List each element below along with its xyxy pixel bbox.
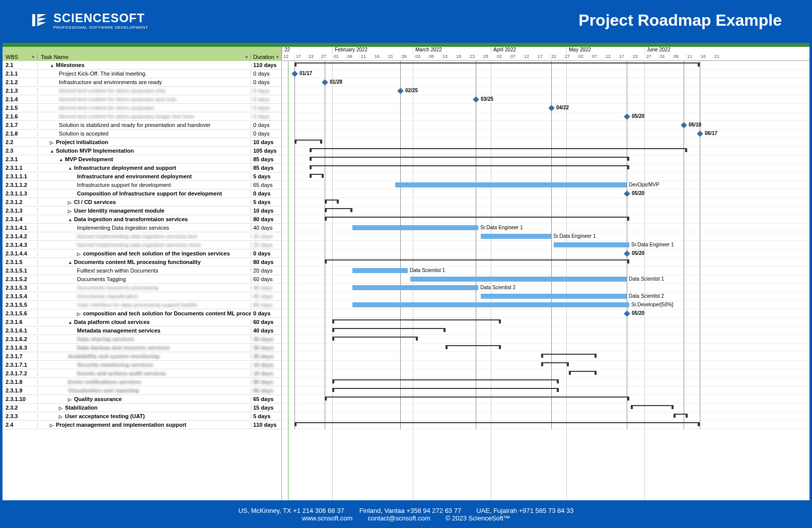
summary-bracket[interactable]: [569, 371, 597, 374]
task-row[interactable]: 2.3.1.5▲Documents content ML processing …: [3, 258, 281, 267]
gantt-row[interactable]: [282, 198, 809, 207]
expand-collapse-icon[interactable]: ▷: [50, 140, 55, 145]
task-row[interactable]: 2.3.1.1.1Infrastructure and environment …: [3, 172, 281, 181]
task-row[interactable]: 2.3.1.6.2Data sharing services30 days: [3, 335, 281, 344]
task-cell[interactable]: Availability and system monitoring: [38, 353, 251, 359]
summary-bracket[interactable]: [294, 62, 700, 65]
task-cell[interactable]: Composition of Infrastructure support fo…: [38, 190, 251, 196]
column-header-duration[interactable]: Duration ▼: [251, 54, 281, 60]
gantt-row[interactable]: [282, 335, 809, 344]
gantt-row[interactable]: [282, 344, 809, 352]
gantt-chart[interactable]: 22 February 2022March 2022April 2022May …: [282, 43, 809, 500]
task-row[interactable]: 2.3.1.7Availability and system monitorin…: [3, 352, 281, 361]
task-cell[interactable]: Documents Tagging: [38, 276, 251, 282]
gantt-row[interactable]: [282, 138, 809, 147]
summary-bracket[interactable]: [294, 140, 322, 143]
footer-link[interactable]: © 2023 ScienceSoft™: [446, 514, 510, 522]
milestone-diamond[interactable]: [624, 310, 630, 317]
task-cell[interactable]: Visualization and reporting: [38, 387, 251, 393]
task-cell[interactable]: blurred text content for demo purposes: [38, 105, 251, 111]
task-row[interactable]: 2.3.1.4.1Implementing Data ingestion ser…: [3, 224, 281, 232]
gantt-row[interactable]: 01/17: [282, 70, 809, 78]
task-row[interactable]: 2.3.1.5.4Documents classification40 days: [3, 292, 281, 301]
task-row[interactable]: 2.2▷Project initialization10 days: [3, 138, 281, 147]
summary-bracket[interactable]: [674, 414, 688, 417]
gantt-row[interactable]: [282, 164, 809, 172]
task-row[interactable]: 2.1.3blurred text content for demo purpo…: [3, 87, 281, 95]
task-bar[interactable]: [352, 268, 408, 273]
task-row[interactable]: 2.3.1.10▷Quality assurance65 days: [3, 395, 281, 404]
task-row[interactable]: 2.3.2▷Stabilization15 days: [3, 404, 281, 412]
gantt-row[interactable]: Sr.Data Engineer 1: [282, 224, 809, 232]
gantt-row[interactable]: [282, 361, 809, 369]
task-row[interactable]: 2.3.1.4.3blurred implementing data inges…: [3, 241, 281, 249]
task-cell[interactable]: User interface for data processing suppo…: [38, 302, 251, 308]
task-cell[interactable]: Infrastructure and environment deploymen…: [38, 173, 251, 179]
task-row[interactable]: 2.3.1.5.1Fulltext search within Document…: [3, 267, 281, 275]
task-cell[interactable]: ▷composition and tech solution for Docum…: [38, 310, 251, 316]
expand-collapse-icon[interactable]: ▲: [68, 217, 73, 222]
task-bar[interactable]: [352, 225, 478, 230]
footer-link[interactable]: contact@scnsoft.com: [367, 514, 430, 522]
column-header-task[interactable]: Task Name ▼: [38, 54, 251, 60]
gantt-row[interactable]: [282, 147, 809, 155]
gantt-row[interactable]: [282, 258, 809, 267]
task-row[interactable]: 2.3.1.5.2Documents Tagging60 days: [3, 275, 281, 284]
task-cell[interactable]: Fulltext search within Documents: [38, 268, 251, 274]
task-bar[interactable]: [352, 285, 478, 290]
gantt-row[interactable]: Data Scientist 1: [282, 275, 809, 284]
task-row[interactable]: 2.3.1.1.3Composition of Infrastructure s…: [3, 189, 281, 198]
task-row[interactable]: 2.3.1.1▲Infrastructure deployment and su…: [3, 164, 281, 172]
task-row[interactable]: 2.1.8Solution is accepted0 days: [3, 129, 281, 138]
task-row[interactable]: 2.3.1.4▲Data ingestion and transformtaio…: [3, 215, 281, 224]
gantt-row[interactable]: Data Scientist 1: [282, 267, 809, 275]
task-cell[interactable]: ▲Infrastructure deployment and support: [38, 165, 251, 171]
summary-bracket[interactable]: [541, 362, 569, 365]
task-cell[interactable]: Events and actions audit services: [38, 370, 251, 376]
task-cell[interactable]: ▲MVP Development: [38, 156, 251, 162]
task-row[interactable]: 2.3.1.7.1Security monitoring services10 …: [3, 361, 281, 369]
gantt-row[interactable]: [282, 386, 809, 395]
task-cell[interactable]: ▲Data ingestion and transformtaion servi…: [38, 216, 251, 222]
summary-bracket[interactable]: [325, 200, 339, 203]
task-cell[interactable]: Event notifications services: [38, 379, 251, 385]
summary-bracket[interactable]: [446, 345, 501, 348]
task-cell[interactable]: ▲Milestones: [38, 62, 251, 68]
task-row[interactable]: 2.3.3▷User acceptance testing (UAT)5 day…: [3, 412, 281, 421]
task-cell[interactable]: ▷User Identity management module: [38, 208, 251, 214]
gantt-row[interactable]: Sr.Developer[50%]: [282, 301, 809, 309]
gantt-row[interactable]: [282, 61, 809, 70]
task-row[interactable]: 2.1.4blurred text content for demo purpo…: [3, 95, 281, 104]
task-cell[interactable]: Documents classification: [38, 293, 251, 299]
task-cell[interactable]: Data sharing services: [38, 336, 251, 342]
expand-collapse-icon[interactable]: ▲: [68, 320, 73, 325]
gantt-row[interactable]: Sr.Data Engineer 1: [282, 232, 809, 241]
task-cell[interactable]: Solution is accepted: [38, 130, 251, 137]
task-row[interactable]: 2.3.1.2▷CI / CD services5 days: [3, 198, 281, 207]
task-bar[interactable]: [352, 302, 629, 307]
task-row[interactable]: 2.3.1▲MVP Development85 days: [3, 155, 281, 164]
task-bar[interactable]: [554, 242, 629, 247]
task-row[interactable]: 2.3.1.4.4▷composition and tech solution …: [3, 249, 281, 258]
task-row[interactable]: 2.4▷Project management and implementatio…: [3, 421, 281, 429]
task-bar[interactable]: [410, 277, 627, 282]
task-cell[interactable]: Infrastructure and environments are read…: [38, 79, 251, 85]
expand-collapse-icon[interactable]: ▲: [68, 166, 73, 171]
task-cell[interactable]: ▷composition and tech solution of the in…: [38, 250, 251, 256]
gantt-area[interactable]: 01/1701/2802/2503/2504/2205/2006/1006/17…: [282, 61, 809, 500]
task-cell[interactable]: ▷CI / CD services: [38, 199, 251, 205]
summary-bracket[interactable]: [325, 397, 629, 400]
expand-collapse-icon[interactable]: ▷: [59, 414, 64, 419]
gantt-row[interactable]: 06/17: [282, 129, 809, 138]
gantt-row[interactable]: 04/22: [282, 104, 809, 112]
gantt-row[interactable]: 05/20: [282, 249, 809, 258]
task-cell[interactable]: blurred implementing data ingestion serv…: [38, 242, 251, 248]
task-row[interactable]: 2.1.6blurred text content for demo purpo…: [3, 112, 281, 121]
gantt-row[interactable]: Sr.Data Engineer 1: [282, 241, 809, 249]
task-cell[interactable]: ▲Documents content ML processing functio…: [38, 259, 251, 265]
task-row[interactable]: 2.1.5blurred text content for demo purpo…: [3, 104, 281, 112]
task-cell[interactable]: Project Kick-Off. The initial meeting.: [38, 71, 251, 77]
task-bar[interactable]: [481, 234, 551, 239]
summary-bracket[interactable]: [332, 319, 501, 322]
expand-collapse-icon[interactable]: ▲: [59, 157, 64, 162]
